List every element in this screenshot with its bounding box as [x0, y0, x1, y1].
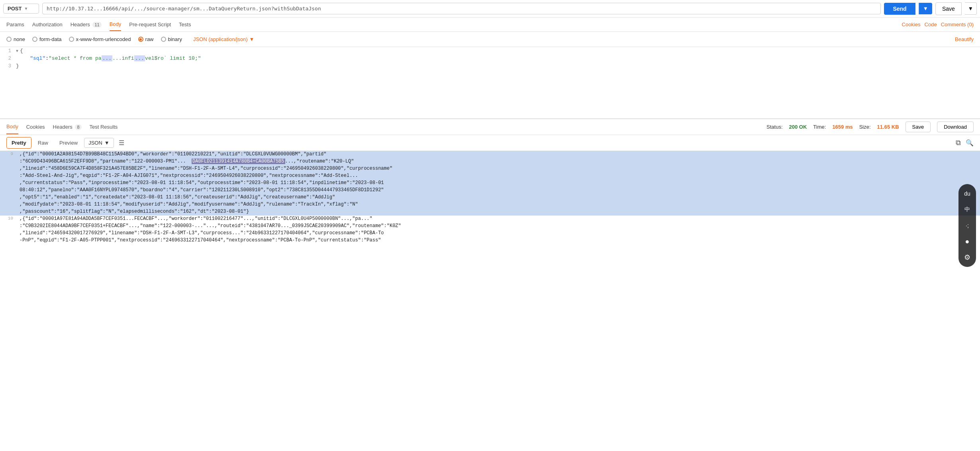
- json-line-9: 9 ,{"id":"00001A2A98154D7B99BB48C115A94B…: [0, 151, 980, 158]
- radio-none-icon: [6, 37, 12, 42]
- radio-binary-icon: [161, 37, 166, 42]
- status-label: Status:: [766, 124, 782, 130]
- json-line-10b: :"C9B3202IE8044ADA9BF7CEF0351+FECACBF"..…: [0, 223, 980, 230]
- send-dropdown-button[interactable]: ▼: [919, 3, 932, 14]
- request-tabs: Params Authorization Headers 11 Body Pre…: [0, 18, 980, 32]
- json-line-9c: ,"lineid":"458D6E59CA7F4D858F321A457E85B…: [0, 165, 980, 173]
- resp-tab-body[interactable]: Body: [6, 120, 18, 134]
- copy-icon[interactable]: ⧉: [956, 139, 961, 147]
- resp-save-button[interactable]: Save: [906, 122, 931, 132]
- method-label: POST: [8, 6, 22, 12]
- format-tabs: Pretty Raw Preview JSON ▼ ☰ ⧉ 🔍: [0, 135, 980, 151]
- filter-icon[interactable]: ☰: [119, 139, 124, 147]
- radio-urlencoded-icon: [69, 37, 74, 42]
- float-btn-dark[interactable]: ●: [961, 235, 974, 248]
- json-line-9d: :"Add-Steel-And-Jig","eqpid":"F1-2F-A04-…: [0, 173, 980, 180]
- json-line-9i: ,"passcount":"16","splitflag":"N","elaps…: [0, 208, 980, 216]
- fmt-select-chevron-icon: ▼: [104, 140, 110, 146]
- status-bar: Status: 200 OK Time: 1659 ms Size: 11.65…: [766, 122, 974, 132]
- option-urlencoded[interactable]: x-www-form-urlencoded: [69, 36, 131, 42]
- beautify-button[interactable]: Beautify: [955, 36, 974, 42]
- float-btn-du[interactable]: du: [961, 187, 974, 200]
- search-icon[interactable]: 🔍: [966, 139, 974, 147]
- resp-tab-testresults[interactable]: Test Results: [90, 120, 118, 134]
- fmt-tab-pretty[interactable]: Pretty: [6, 137, 31, 149]
- fmt-select-dropdown[interactable]: JSON ▼: [84, 138, 114, 148]
- option-none[interactable]: none: [6, 36, 25, 42]
- json-line-10: 10 ,{"id":"00001A97E81A94ADDA5BF7CEF0351…: [0, 216, 980, 223]
- json-line-10c: ,"lineid":"246594320017276929","linename…: [0, 230, 980, 237]
- cookies-link[interactable]: Cookies: [902, 22, 921, 27]
- tab-prerequest[interactable]: Pre-request Script: [129, 18, 171, 31]
- url-input[interactable]: http://10.37.12...16666/api/.../source-m…: [42, 3, 881, 14]
- time-label: Time:: [813, 124, 826, 130]
- option-raw[interactable]: raw: [138, 36, 154, 42]
- comments-link[interactable]: Comments (0): [941, 22, 974, 27]
- tab-tests[interactable]: Tests: [179, 18, 191, 31]
- float-btn-dot[interactable]: ·;: [961, 219, 974, 232]
- resp-tab-cookies[interactable]: Cookies: [26, 120, 45, 134]
- resp-tab-headers[interactable]: Headers 8: [53, 120, 82, 134]
- send-button[interactable]: Send: [884, 3, 915, 15]
- code-editor[interactable]: 1 ▼ { 2 "sql":"select * from pa......inf…: [0, 47, 980, 119]
- body-options: none form-data x-www-form-urlencoded raw…: [0, 32, 980, 47]
- fmt-tab-preview[interactable]: Preview: [55, 137, 82, 148]
- option-form-data[interactable]: form-data: [32, 36, 62, 42]
- response-content[interactable]: 9 ,{"id":"00001A2A98154D7B99BB48C115A94B…: [0, 151, 980, 411]
- size-label: Size:: [859, 124, 871, 130]
- method-chevron-icon: ▼: [24, 6, 28, 11]
- float-menu: du 中 ·; ● ⚙: [958, 184, 976, 267]
- save-button[interactable]: Save: [935, 2, 962, 15]
- tab-body[interactable]: Body: [110, 18, 122, 31]
- size-value: 11.65 KB: [877, 124, 899, 130]
- json-chevron-icon: ▼: [249, 36, 254, 42]
- tab-authorization[interactable]: Authorization: [32, 18, 63, 31]
- fold-arrow-icon[interactable]: ▼: [16, 49, 18, 53]
- json-line-10d: -PnP","eqpid":"F1-2F-A05-PTPP001","nextp…: [0, 237, 980, 244]
- json-line-9b: :"6C09D43496BCA615F2EFF9D8","partname":"…: [0, 158, 980, 165]
- save-dropdown-button[interactable]: ▼: [965, 2, 977, 15]
- json-line-9g: ,"opt5":"1","enabled":"1","createdate":"…: [0, 194, 980, 201]
- option-binary[interactable]: binary: [161, 36, 182, 42]
- radio-raw-icon: [138, 37, 143, 42]
- code-line-3: 3 }: [0, 62, 980, 70]
- code-line-1: 1 ▼ {: [0, 47, 980, 55]
- tab-params[interactable]: Params: [6, 18, 24, 31]
- status-value: 200 OK: [789, 124, 807, 130]
- fmt-tab-raw[interactable]: Raw: [33, 137, 53, 148]
- json-format-selector[interactable]: JSON (application/json) ▼: [193, 36, 254, 42]
- radio-formdata-icon: [32, 37, 37, 42]
- json-line-9f: 08:40:12","panelno":"AAA0F16NYPL09748570…: [0, 187, 980, 194]
- json-line-9e: ,"currentstatus":"Pass","inprocesstime":…: [0, 180, 980, 187]
- right-tabs: Cookies Code Comments (0): [902, 22, 974, 27]
- resp-download-button[interactable]: Download: [937, 122, 974, 132]
- top-bar: POST ▼ http://10.37.12...16666/api/.../s…: [0, 0, 980, 18]
- float-btn-settings[interactable]: ⚙: [961, 251, 974, 264]
- code-link[interactable]: Code: [925, 22, 937, 27]
- time-value: 1659 ms: [832, 124, 853, 130]
- tab-headers[interactable]: Headers 11: [71, 18, 102, 31]
- response-tabs-bar: Body Cookies Headers 8 Test Results Stat…: [0, 119, 980, 135]
- json-line-9h: ,"modifydate":"2023-08-01 11:18:54","mod…: [0, 201, 980, 208]
- float-btn-zh[interactable]: 中: [961, 203, 974, 216]
- code-line-2: 2 "sql":"select * from pa......infi...ve…: [0, 55, 980, 62]
- method-dropdown[interactable]: POST ▼: [3, 4, 39, 14]
